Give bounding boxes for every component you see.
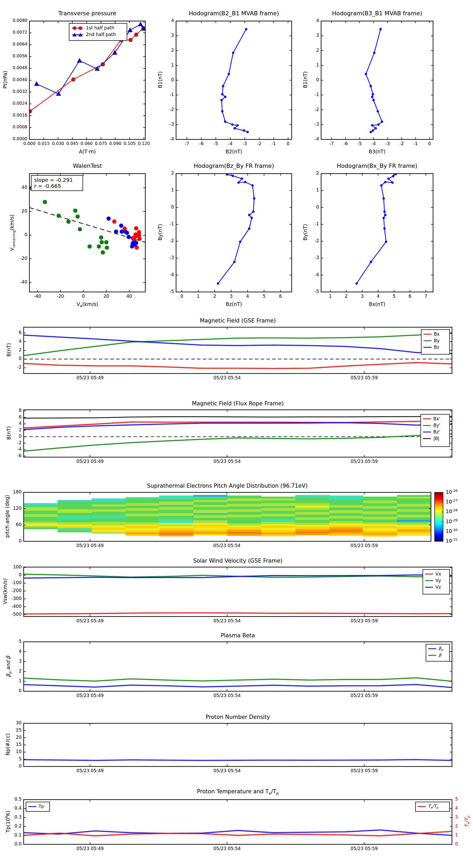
legend-item: Vy	[425, 577, 447, 584]
y-tick-label: 60	[0, 522, 22, 527]
y-tick-label: 1	[290, 188, 319, 193]
legend-item: Bx	[424, 331, 447, 338]
title-magnetic-field-fr: Magnetic Field (Flux Rope Frame)	[120, 400, 356, 407]
legend-item: Bz	[424, 344, 447, 351]
x-tick-label: 05/23 05:54	[208, 543, 245, 549]
x-tick-label: 6	[262, 294, 299, 299]
x-axis-label: A(T·m)	[48, 149, 127, 155]
x-tick-label: 05/23 05:59	[346, 459, 382, 464]
legend-line-icon	[423, 432, 431, 432]
y-tick-label: -5	[145, 289, 174, 294]
y-tick-label: -4	[290, 136, 319, 142]
legend-line-icon	[428, 655, 436, 656]
x-tick-label: 05/23 05:59	[346, 543, 382, 549]
y-tick-label: 0.0080	[0, 18, 27, 23]
x-tick-label: 05/23 05:54	[209, 693, 245, 699]
y-tick-label: -5	[290, 289, 319, 294]
legend-line-icon	[423, 418, 431, 419]
legend-box: VxVyVz	[423, 569, 450, 594]
figure-canvas: Transverse pressure Hodogram(B2_B1 MVAB …	[0, 0, 473, 868]
title-plasma-beta: Plasma Beta	[120, 632, 356, 639]
y-tick-label: 0	[0, 764, 22, 769]
y-axis-label: Tp(106K)	[5, 782, 11, 861]
y-axis-label: Vremaining(km/s)	[9, 193, 16, 272]
y-tick-label: 15	[0, 742, 22, 747]
legend-line-icon	[425, 587, 433, 588]
y-axis-label: B(nT)	[6, 394, 12, 472]
legend-box: 1st half path2nd half path	[69, 23, 127, 41]
legend-box: BxByBz	[421, 329, 450, 354]
x-tick-label: 05/23 05:49	[72, 618, 108, 624]
legend-item: Vz	[425, 584, 447, 590]
title-pitch-angle-distribution: Suprathermal Electrons Pitch Angle Distr…	[109, 483, 345, 489]
y-tick-label: 0	[0, 538, 22, 544]
colorbar-label: 10-28	[446, 508, 470, 515]
legend-label: Bz'	[433, 430, 440, 435]
legend-line-icon	[423, 438, 431, 439]
x-tick-label: 0	[270, 141, 306, 147]
y-tick-label: 10	[0, 749, 22, 754]
y-axis-label: By(nT)	[158, 193, 163, 272]
x-axis-label: Bx(nT)	[338, 302, 416, 307]
colorbar-label: 10-26	[446, 489, 470, 495]
legend-item: By'	[423, 422, 447, 429]
legend-line-icon	[28, 806, 36, 807]
legend-label: Vx	[435, 571, 441, 577]
y-axis-label: By(nT)	[302, 193, 308, 272]
title-hodogram-bxby: Hodogram(Bx_By FR frame)	[259, 162, 473, 169]
legend-label: By'	[433, 423, 440, 428]
x-tick-label: 05/23 05:59	[346, 693, 382, 699]
x-tick-label: 05/23 05:49	[72, 846, 108, 851]
y-axis-label: βp and β	[5, 627, 12, 706]
y-tick-label: -40	[0, 280, 27, 285]
x-tick-label: 05/23 05:59	[346, 375, 382, 381]
y-tick-label: 3	[290, 33, 319, 38]
y-tick-label: 2	[145, 171, 174, 176]
colorbar-label: 10-29	[446, 519, 470, 525]
x-tick-label: 05/23 05:54	[209, 846, 245, 851]
x-axis-label: B2(nT)	[195, 149, 273, 155]
y-axis-label: B1(nT)	[158, 40, 163, 119]
legend-label: Vy	[435, 578, 441, 583]
y-tick-label: 4	[145, 18, 174, 23]
y-axis-label: Vsw(km/s)	[2, 552, 8, 631]
y-tick-label: 20	[0, 735, 22, 740]
y-tick-label: 0.0000	[0, 136, 27, 141]
y-tick-label: 3	[145, 33, 174, 38]
legend-item: 2nd half path	[71, 31, 125, 38]
y-axis-label: pitch angle (deg)	[4, 477, 10, 556]
legend-box: Tp	[26, 802, 50, 812]
y-tick-label: -3	[290, 122, 319, 127]
legend-label: Te/Tp	[428, 804, 438, 810]
y-tick-label: 0.0072	[0, 30, 27, 35]
legend-label: 2nd half path	[86, 32, 116, 37]
x-tick-label: 05/23 05:54	[209, 618, 245, 624]
y-tick-label: 40	[0, 185, 27, 190]
x-axis-label: Bz(nT)	[195, 302, 273, 307]
legend-item: 1st half path	[71, 25, 125, 31]
legend-line-icon	[424, 334, 432, 335]
text-overlay: Transverse pressure Hodogram(B2_B1 MVAB …	[0, 0, 473, 868]
title-magnetic-field-gse: Magnetic Field (GSE Frame)	[120, 317, 356, 324]
legend-line-icon	[428, 648, 436, 649]
y-tick-label: -4	[145, 136, 174, 142]
legend-item: Tp	[28, 803, 47, 810]
y-tick-label: -4	[290, 272, 319, 278]
y-tick-label: 0.0008	[0, 125, 27, 129]
colorbar-label: 10-30	[446, 528, 470, 534]
y-tick-label: 25	[0, 727, 22, 733]
legend-item: βp	[428, 646, 447, 652]
legend-label: |B|	[433, 436, 439, 441]
y-tick-label: 2	[290, 171, 319, 176]
annotation-box: slope = -0.291r = -0.665	[31, 175, 83, 191]
legend-label: Bx	[434, 332, 440, 337]
x-tick-label: 05/23 05:49	[72, 768, 108, 774]
y-tick-label: 30	[0, 720, 22, 726]
title-solar-wind-velocity: Solar Wind Velocity (GSE Frame)	[120, 558, 356, 564]
legend-label: βp	[439, 646, 443, 652]
y-axis-label: Pt(nPa)	[2, 40, 8, 119]
x-tick-label: 05/23 05:54	[209, 375, 245, 381]
legend-label: Tp	[39, 804, 44, 809]
legend-label: Bz	[434, 345, 439, 350]
y-axis-label: B1(nT)	[302, 40, 308, 119]
